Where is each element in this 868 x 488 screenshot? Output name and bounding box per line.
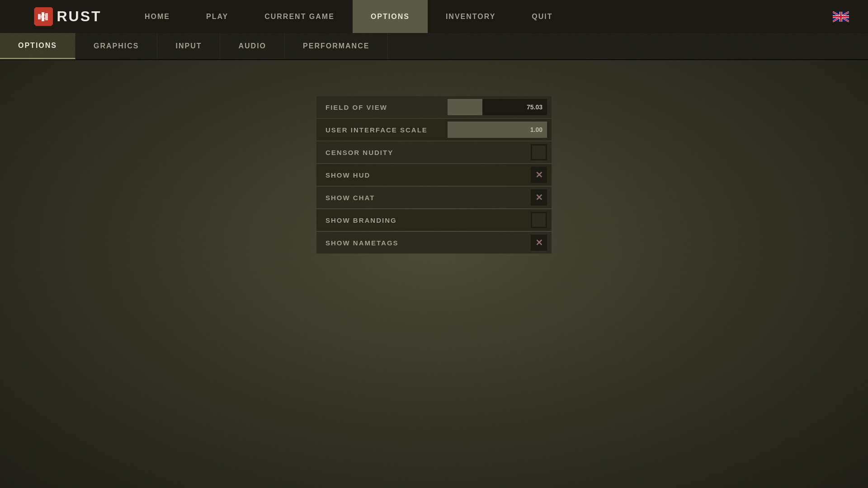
option-row-censor-nudity: CENSOR NUDITY — [316, 141, 552, 163]
show-hud-checkbox[interactable]: ✕ — [531, 167, 547, 183]
uk-flag-icon[interactable] — [833, 11, 849, 22]
nav-item-current-game[interactable]: CURRENT GAME — [246, 0, 353, 33]
field-of-view-label: FIELD OF VIEW — [316, 103, 448, 111]
show-nametags-label: SHOW NAMETAGS — [316, 239, 448, 247]
rust-icon — [34, 7, 53, 26]
sub-tab-performance[interactable]: PERFORMANCE — [285, 33, 388, 59]
option-row-show-chat: SHOW CHAT ✕ — [316, 187, 552, 208]
show-nametags-check-icon: ✕ — [535, 237, 543, 248]
ui-scale-slider[interactable]: 1.00 — [448, 122, 547, 138]
nav-items: HOME PLAY CURRENT GAME OPTIONS INVENTORY… — [127, 0, 814, 33]
top-nav: RUST HOME PLAY CURRENT GAME OPTIONS INVE… — [0, 0, 868, 33]
show-branding-checkbox[interactable] — [531, 212, 547, 228]
show-nametags-control[interactable]: ✕ — [448, 235, 552, 251]
svg-rect-0 — [38, 14, 41, 19]
show-chat-checkbox[interactable]: ✕ — [531, 189, 547, 206]
nav-item-play[interactable]: PLAY — [188, 0, 246, 33]
show-hud-check-icon: ✕ — [535, 169, 543, 180]
censor-nudity-unchecked-icon — [532, 145, 546, 159]
ui-scale-control[interactable]: 1.00 — [448, 122, 552, 138]
nav-item-options[interactable]: OPTIONS — [353, 0, 428, 33]
show-hud-label: SHOW HUD — [316, 171, 448, 179]
show-chat-label: SHOW CHAT — [316, 194, 448, 202]
show-branding-label: SHOW BRANDING — [316, 216, 448, 224]
show-chat-check-icon: ✕ — [535, 192, 543, 203]
field-of-view-value: 75.03 — [448, 103, 547, 111]
sub-tab-audio[interactable]: AUDIO — [220, 33, 285, 59]
nav-item-home[interactable]: HOME — [127, 0, 188, 33]
censor-nudity-label: CENSOR NUDITY — [316, 149, 448, 156]
field-of-view-slider[interactable]: 75.03 — [448, 99, 547, 115]
rust-logo[interactable]: RUST — [34, 7, 101, 26]
option-row-ui-scale: USER INTERFACE SCALE 1.00 — [316, 119, 552, 141]
svg-rect-1 — [42, 12, 44, 21]
option-row-show-hud: SHOW HUD ✕ — [316, 164, 552, 186]
logo-area: RUST — [0, 7, 127, 26]
show-hud-control[interactable]: ✕ — [448, 167, 552, 183]
show-branding-control[interactable] — [448, 212, 552, 228]
censor-nudity-control[interactable] — [448, 144, 552, 160]
sub-tab-options[interactable]: OPTIONS — [0, 33, 75, 59]
main-content: FIELD OF VIEW 75.03 USER INTERFACE SCALE… — [0, 60, 868, 254]
option-row-show-branding: SHOW BRANDING — [316, 209, 552, 231]
option-row-field-of-view: FIELD OF VIEW 75.03 — [316, 96, 552, 118]
logo-text: RUST — [57, 8, 101, 25]
nav-right — [814, 11, 868, 22]
nav-item-inventory[interactable]: INVENTORY — [428, 0, 514, 33]
sub-tabs: OPTIONS GRAPHICS INPUT AUDIO PERFORMANCE — [0, 33, 868, 60]
option-row-show-nametags: SHOW NAMETAGS ✕ — [316, 232, 552, 253]
field-of-view-control[interactable]: 75.03 — [448, 99, 552, 115]
nav-item-quit[interactable]: QUIT — [514, 0, 571, 33]
options-panel: FIELD OF VIEW 75.03 USER INTERFACE SCALE… — [316, 96, 552, 254]
sub-tab-graphics[interactable]: GRAPHICS — [75, 33, 157, 59]
ui-scale-label: USER INTERFACE SCALE — [316, 126, 448, 134]
show-chat-control[interactable]: ✕ — [448, 189, 552, 206]
show-branding-unchecked-icon — [532, 213, 546, 227]
show-nametags-checkbox[interactable]: ✕ — [531, 235, 547, 251]
censor-nudity-checkbox[interactable] — [531, 144, 547, 160]
ui-scale-value: 1.00 — [448, 126, 547, 133]
sub-tab-input[interactable]: INPUT — [157, 33, 220, 59]
